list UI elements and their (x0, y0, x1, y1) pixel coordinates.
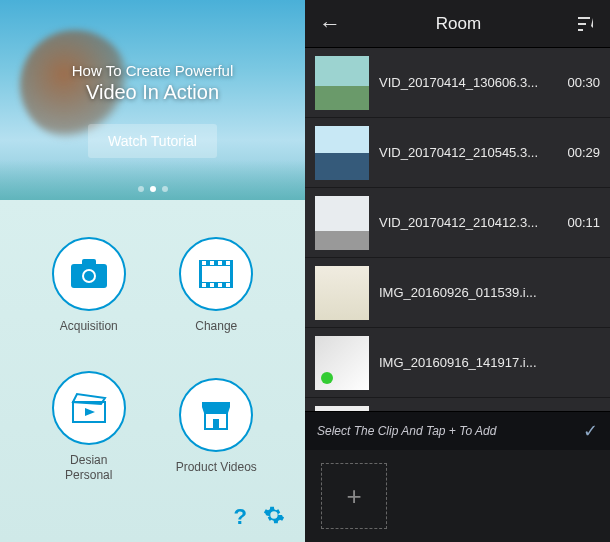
carousel-dot[interactable] (138, 186, 144, 192)
back-icon[interactable]: ← (319, 11, 341, 37)
svg-rect-5 (202, 266, 230, 282)
filmstrip-icon[interactable] (179, 237, 253, 311)
clapper-icon[interactable] (52, 371, 126, 445)
watch-tutorial-button[interactable]: Watch Tutorial (88, 124, 217, 158)
clip-tray: + (305, 450, 610, 542)
svg-marker-15 (85, 408, 95, 416)
file-row[interactable]: IMG_20160916_141917.i... (305, 328, 610, 398)
shop-icon[interactable] (179, 378, 253, 452)
svg-rect-7 (210, 261, 214, 265)
file-thumbnail (315, 266, 369, 320)
carousel-dot-active[interactable] (150, 186, 156, 192)
page-title: Room (436, 14, 481, 34)
file-row[interactable]: VID_20170412_210412.3...00:11 (305, 188, 610, 258)
file-duration: 00:30 (567, 75, 600, 90)
feature-change[interactable]: Change (158, 220, 276, 351)
svg-rect-13 (226, 283, 230, 287)
svg-rect-17 (213, 419, 219, 429)
hint-bar: Select The Clip And Tap + To Add ✓ (305, 411, 610, 450)
file-name: IMG_20160926_011539.i... (379, 285, 600, 300)
svg-rect-1 (82, 259, 96, 267)
file-name: VID_20170412_210545.3... (379, 145, 557, 160)
svg-rect-6 (202, 261, 206, 265)
file-row[interactable]: VID_20170412_210545.3...00:29 (305, 118, 610, 188)
svg-rect-9 (226, 261, 230, 265)
feature-design[interactable]: Desian Personal (30, 361, 148, 492)
camera-icon[interactable] (52, 237, 126, 311)
feature-product[interactable]: Product Videos (158, 361, 276, 492)
feature-label: Product Videos (176, 460, 257, 474)
file-row[interactable]: IMG_20160916_141907.i... (305, 398, 610, 411)
hero-headline-2: Video In Action (72, 81, 233, 104)
feature-label: Acquisition (60, 319, 118, 333)
tutorial-pane: How To Create Powerful Video In Action W… (0, 0, 305, 542)
feature-label: Desian Personal (65, 453, 112, 482)
svg-rect-8 (218, 261, 222, 265)
hero-headline-1: How To Create Powerful (72, 62, 233, 79)
confirm-icon[interactable]: ✓ (583, 420, 598, 442)
file-duration: 00:29 (567, 145, 600, 160)
carousel-dots[interactable] (138, 186, 168, 192)
hint-text: Select The Clip And Tap + To Add (317, 424, 496, 438)
file-row[interactable]: IMG_20160926_011539.i... (305, 258, 610, 328)
svg-point-3 (84, 271, 94, 281)
feature-acquisition[interactable]: Acquisition (30, 220, 148, 351)
help-icon[interactable]: ? (234, 504, 247, 530)
file-name: VID_20170412_210412.3... (379, 215, 557, 230)
file-list: VID_20170414_130606.3...00:30VID_2017041… (305, 48, 610, 411)
feature-label: Change (195, 319, 237, 333)
file-browser-pane: ← Room VID_20170414_130606.3...00:30VID_… (305, 0, 610, 542)
svg-rect-11 (210, 283, 214, 287)
gear-icon[interactable] (263, 504, 285, 530)
file-name: IMG_20160916_141917.i... (379, 355, 600, 370)
carousel-dot[interactable] (162, 186, 168, 192)
add-clip-button[interactable]: + (321, 463, 387, 529)
browser-header: ← Room (305, 0, 610, 48)
file-thumbnail (315, 336, 369, 390)
hero-banner: How To Create Powerful Video In Action W… (0, 0, 305, 200)
file-name: VID_20170414_130606.3... (379, 75, 557, 90)
file-row[interactable]: VID_20170414_130606.3...00:30 (305, 48, 610, 118)
file-thumbnail (315, 126, 369, 180)
file-duration: 00:11 (567, 215, 600, 230)
feature-grid: Acquisition Change Desian Personal Produ… (0, 200, 305, 542)
file-thumbnail (315, 196, 369, 250)
file-thumbnail (315, 56, 369, 110)
svg-rect-10 (202, 283, 206, 287)
svg-rect-12 (218, 283, 222, 287)
sort-icon[interactable] (576, 16, 596, 32)
